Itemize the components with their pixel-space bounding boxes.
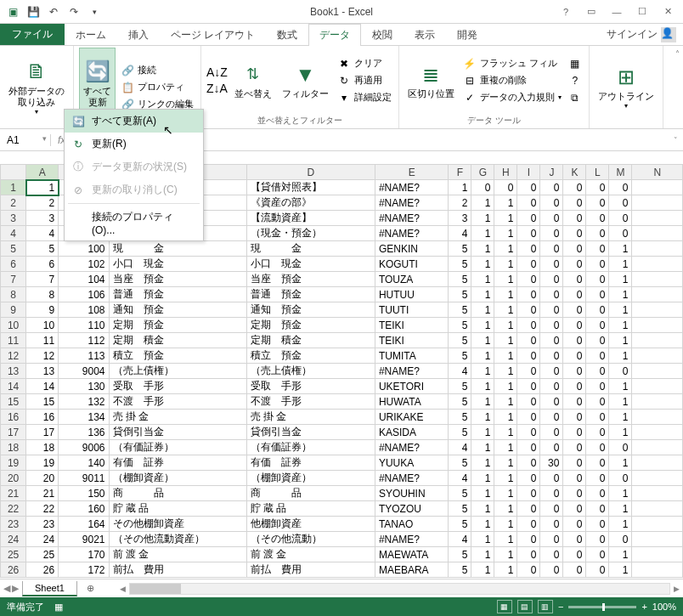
cell[interactable]: 0	[563, 257, 586, 272]
cell[interactable]: 2	[26, 195, 59, 211]
cell[interactable]: 5	[449, 455, 471, 471]
cell[interactable]	[632, 501, 683, 517]
cell[interactable]: 【貸借対照表】	[246, 180, 375, 195]
cell[interactable]: 1	[494, 241, 517, 257]
name-box[interactable]: A1▾	[0, 134, 51, 146]
ribbon-options-icon[interactable]: ▭	[579, 3, 603, 21]
cell[interactable]: 5	[449, 410, 471, 425]
col-header[interactable]: H	[494, 165, 517, 180]
cell[interactable]	[632, 195, 683, 211]
cell[interactable]: 1	[609, 333, 632, 348]
cell[interactable]: #NAME?	[375, 440, 448, 455]
cell[interactable]: 1	[494, 364, 517, 379]
cell[interactable]: 0	[586, 501, 609, 517]
cell[interactable]: 1	[609, 379, 632, 394]
cell[interactable]: 0	[609, 440, 632, 455]
cell[interactable]: 9021	[59, 532, 109, 547]
cell[interactable]: 0	[609, 471, 632, 486]
cell[interactable]: 1	[609, 348, 632, 364]
consolidate-item[interactable]: ▦	[567, 56, 584, 71]
row-header[interactable]: 19	[1, 455, 26, 471]
cell[interactable]: 1	[471, 241, 494, 257]
cell[interactable]: 0	[540, 486, 563, 501]
cell[interactable]: 1	[609, 241, 632, 257]
cell[interactable]: 0	[540, 517, 563, 532]
cell[interactable]: 1	[494, 471, 517, 486]
cell[interactable]: 1	[494, 333, 517, 348]
row-header[interactable]: 8	[1, 287, 26, 302]
cell[interactable]: 0	[517, 547, 540, 562]
sort-za-button[interactable]: Z↓A	[206, 82, 228, 96]
flash-fill-item[interactable]: ⚡フラッシュ フィル	[461, 56, 563, 71]
cell[interactable]: 0	[609, 211, 632, 226]
cell[interactable]: 104	[59, 272, 109, 287]
cell[interactable]: 積立 預金	[246, 348, 375, 364]
cell[interactable]: 有価 証券	[246, 455, 375, 471]
cell[interactable]: （その他流動資産）	[109, 532, 246, 547]
cell[interactable]: 現 金	[109, 241, 246, 257]
tab-view[interactable]: 表示	[404, 24, 446, 45]
cell[interactable]: 0	[586, 302, 609, 318]
cell[interactable]: 13	[26, 364, 59, 379]
cell[interactable]: 0	[586, 532, 609, 547]
cell[interactable]: 0	[540, 211, 563, 226]
cell[interactable]: 9	[26, 302, 59, 318]
cell[interactable]: 1	[494, 425, 517, 440]
cell[interactable]: 1	[471, 379, 494, 394]
cell[interactable]: 1	[471, 257, 494, 272]
cell[interactable]: 160	[59, 501, 109, 517]
cell[interactable]: 0	[586, 257, 609, 272]
tab-data[interactable]: データ	[308, 24, 361, 46]
cell[interactable]: 1	[609, 547, 632, 562]
row-header[interactable]: 10	[1, 318, 26, 333]
cell[interactable]: 0	[563, 379, 586, 394]
cell[interactable]: 0	[540, 501, 563, 517]
save-icon[interactable]: 💾	[24, 3, 42, 21]
cell[interactable]: 0	[563, 410, 586, 425]
cell[interactable]: TEIKI	[375, 318, 448, 333]
cell[interactable]: 0	[586, 471, 609, 486]
cell[interactable]: 3	[449, 211, 471, 226]
cell[interactable]: 0	[517, 517, 540, 532]
sheet-tab[interactable]: Sheet1	[22, 581, 77, 596]
dd-refresh[interactable]: ↻更新(R)	[65, 133, 203, 155]
excel-icon[interactable]: ▣	[3, 3, 22, 21]
cell[interactable]: HUTUU	[375, 287, 448, 302]
cell[interactable]: 26	[26, 562, 59, 578]
cell[interactable]: 0	[517, 455, 540, 471]
cell[interactable]: 1	[471, 195, 494, 211]
cell[interactable]: 0	[586, 241, 609, 257]
cell[interactable]: 1	[471, 287, 494, 302]
cell[interactable]: 0	[540, 241, 563, 257]
clear-item[interactable]: ✖クリア	[336, 56, 393, 71]
cell[interactable]: 132	[59, 394, 109, 410]
dd-refresh-all[interactable]: 🔄すべて更新(A)	[65, 110, 203, 133]
cell[interactable]: 積立 預金	[109, 348, 246, 364]
cell[interactable]: 売 掛 金	[246, 410, 375, 425]
cell[interactable]: 140	[59, 455, 109, 471]
row-header[interactable]: 6	[1, 257, 26, 272]
cell[interactable]: 5	[449, 272, 471, 287]
cell[interactable]: 貸倒引当金	[109, 425, 246, 440]
cell[interactable]: 1	[471, 333, 494, 348]
cell[interactable]: 5	[449, 333, 471, 348]
cell[interactable]: 0	[609, 364, 632, 379]
cell[interactable]: 1	[494, 547, 517, 562]
cell[interactable]: 150	[59, 486, 109, 501]
cell[interactable]: 1	[494, 226, 517, 241]
row-header[interactable]: 1	[1, 180, 26, 195]
data-validation-item[interactable]: ✓データの入力規則 ▾	[461, 90, 563, 105]
cell[interactable]: 0	[609, 532, 632, 547]
signin[interactable]: サインイン 👤	[600, 24, 683, 45]
cell[interactable]: 1	[471, 410, 494, 425]
cell[interactable]: 0	[586, 318, 609, 333]
cell[interactable]: 0	[609, 180, 632, 195]
cell[interactable]: 0	[563, 302, 586, 318]
cell[interactable]: 1	[609, 486, 632, 501]
cell[interactable]: 0	[540, 287, 563, 302]
cell[interactable]: 不渡 手形	[109, 394, 246, 410]
cell[interactable]: 0	[540, 226, 563, 241]
cell[interactable]: GENKIN	[375, 241, 448, 257]
cell[interactable]: 1	[494, 379, 517, 394]
cell[interactable]: 106	[59, 287, 109, 302]
